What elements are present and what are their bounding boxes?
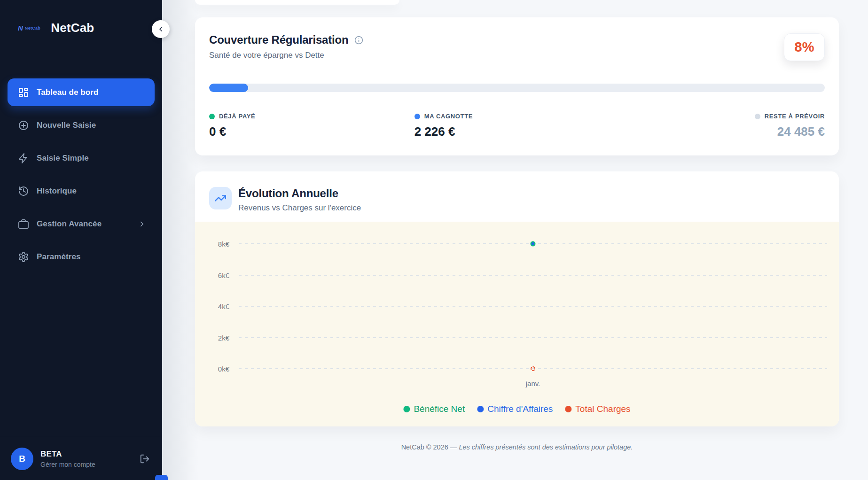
stat-dot-icon — [209, 114, 215, 119]
logout-icon[interactable] — [140, 454, 150, 464]
chart-plot: Bénéfice NetChiffre d'AffairesTotal Char… — [195, 222, 839, 426]
user-name: BETA — [40, 449, 95, 459]
legend-item-benefice-net[interactable]: Bénéfice Net — [403, 404, 465, 414]
netcab-logo-icon: N NetCab — [18, 24, 40, 32]
sidebar-item-label: Saisie Simple — [37, 154, 89, 163]
sidebar-collapse-button[interactable] — [152, 20, 170, 38]
legend-label: Chiffre d'Affaires — [487, 404, 553, 414]
sidebar-item-nouvelle-saisie[interactable]: Nouvelle Saisie — [8, 111, 155, 139]
evolution-card: Évolution Annuelle Revenus vs Charges su… — [195, 171, 839, 426]
briefcase-icon — [18, 218, 29, 230]
chart-point-total-charges — [531, 366, 535, 371]
stat-block: RESTE À PRÉVOIR24 485 € — [755, 113, 825, 139]
coverage-card: Couverture Régularisation Santé de votre… — [195, 17, 839, 155]
brand-title: NetCab — [51, 21, 94, 35]
dashboard-grid-icon — [18, 87, 29, 98]
stat-value: 2 226 € — [414, 124, 620, 139]
coverage-percent-badge: 8% — [784, 33, 825, 61]
lightning-icon — [18, 153, 29, 164]
manage-account-link[interactable]: Gérer mon compte — [40, 461, 95, 468]
sidebar-item-label: Nouvelle Saisie — [37, 121, 96, 130]
coverage-card-title-row: Couverture Régularisation — [209, 33, 364, 46]
coverage-progress-fill — [209, 84, 248, 92]
scrolled-card-remnant — [195, 0, 399, 5]
stat-value: 24 485 € — [755, 124, 825, 139]
stat-label: MA CAGNOTTE — [424, 113, 473, 120]
stat-dot-icon — [414, 114, 420, 119]
y-axis-tick-label: 4k€ — [195, 302, 229, 310]
chevron-right-icon — [138, 220, 146, 228]
stat-label: DÉJÀ PAYÉ — [219, 113, 255, 120]
sidebar-item-label: Gestion Avancée — [37, 219, 102, 229]
coverage-progress-bar — [209, 84, 825, 92]
sidebar-item-label: Tableau de bord — [37, 88, 99, 97]
main-content: Couverture Régularisation Santé de votre… — [162, 0, 868, 480]
app-root: N NetCab NetCab Tableau de bordNouvelle … — [0, 0, 868, 480]
chart-point-chiffre-affaires — [532, 242, 534, 245]
user-text: BETA Gérer mon compte — [40, 449, 95, 468]
history-clock-icon — [18, 186, 29, 197]
footer-disclaimer: Les chiffres présentés sont des estimati… — [459, 443, 633, 451]
stat-label: RESTE À PRÉVOIR — [765, 113, 825, 120]
gear-icon — [18, 251, 29, 263]
user-section: B BETA Gérer mon compte — [0, 437, 162, 480]
legend-label: Total Charges — [575, 404, 630, 414]
coverage-title-block: Couverture Régularisation Santé de votre… — [209, 33, 364, 60]
stat-block: MA CAGNOTTE2 226 € — [414, 113, 620, 139]
y-axis-tick-label: 6k€ — [195, 271, 229, 279]
sidebar-nav: Tableau de bordNouvelle SaisieSaisie Sim… — [0, 78, 162, 276]
legend-dot-icon — [403, 406, 410, 412]
chevron-left-icon — [157, 25, 164, 33]
evolution-title-block: Évolution Annuelle Revenus vs Charges su… — [238, 187, 361, 222]
content-column: Couverture Régularisation Santé de votre… — [195, 0, 839, 451]
legend-label: Bénéfice Net — [414, 404, 465, 414]
y-axis-tick-label: 0k€ — [195, 365, 229, 373]
floating-button-peek[interactable] — [155, 475, 168, 480]
trending-up-icon — [209, 187, 232, 209]
info-icon[interactable] — [354, 35, 364, 45]
stat-block: DÉJÀ PAYÉ0 € — [209, 113, 414, 139]
coverage-card-subtitle: Santé de votre épargne vs Dette — [209, 51, 364, 60]
legend-item-chiffre-affaires[interactable]: Chiffre d'Affaires — [477, 404, 553, 414]
stat-dot-icon — [755, 114, 760, 119]
y-axis-tick-label: 8k€ — [195, 240, 229, 248]
evolution-card-subtitle: Revenus vs Charges sur l'exercice — [238, 203, 361, 213]
legend-item-total-charges[interactable]: Total Charges — [565, 404, 630, 414]
stat-value: 0 € — [209, 124, 414, 139]
page-title: Couverture Régularisation — [209, 33, 348, 46]
y-axis-tick-label: 2k€ — [195, 333, 229, 341]
sidebar-item-tableau-de-bord[interactable]: Tableau de bord — [8, 78, 155, 106]
x-axis-label: janv. — [526, 379, 540, 387]
sidebar-item-label: Paramètres — [37, 252, 81, 262]
sidebar: N NetCab NetCab Tableau de bordNouvelle … — [0, 0, 162, 480]
logo-mini-label: NetCab — [25, 26, 40, 31]
gridline — [239, 275, 827, 276]
gridline — [239, 337, 827, 338]
sidebar-item-label: Historique — [37, 186, 77, 196]
sidebar-item-gestion-avancee[interactable]: Gestion Avancée — [8, 210, 155, 238]
sidebar-item-historique[interactable]: Historique — [8, 177, 155, 205]
footer-copyright: NetCab © 2026 — — [401, 443, 457, 451]
chart-legend: Bénéfice NetChiffre d'AffairesTotal Char… — [403, 404, 630, 414]
legend-dot-icon — [477, 406, 484, 412]
logo-letter: N — [18, 24, 23, 32]
plus-circle-icon — [18, 120, 29, 131]
legend-dot-icon — [565, 406, 571, 412]
evolution-card-title: Évolution Annuelle — [238, 187, 361, 200]
brand: N NetCab NetCab — [0, 0, 162, 35]
footer-note: NetCab © 2026 — Les chiffres présentés s… — [195, 443, 839, 451]
evolution-card-header: Évolution Annuelle Revenus vs Charges su… — [195, 171, 839, 222]
avatar: B — [11, 448, 33, 470]
coverage-stats-row: DÉJÀ PAYÉ0 €MA CAGNOTTE2 226 €RESTE À PR… — [209, 113, 825, 139]
sidebar-item-parametres[interactable]: Paramètres — [8, 243, 155, 271]
gridline — [239, 306, 827, 307]
coverage-card-header: Couverture Régularisation Santé de votre… — [209, 33, 825, 61]
sidebar-item-saisie-simple[interactable]: Saisie Simple — [8, 144, 155, 172]
